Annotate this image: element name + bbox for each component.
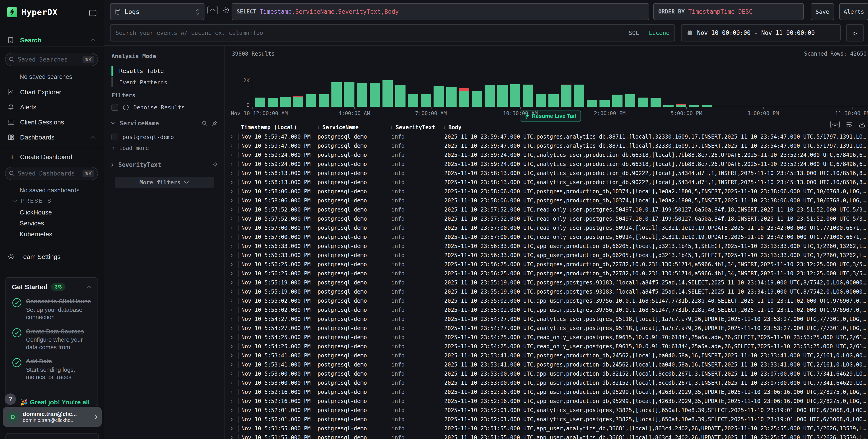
col-header-timestamp[interactable]: Timestamp (Local) [238,124,317,131]
filter-option-postgresql-demo[interactable]: postgresql-demo [112,133,174,140]
search-icon[interactable] [202,120,208,126]
table-row[interactable]: Nov 10 5:52:16.000 PMpostgresql-demoinfo… [224,387,868,397]
table-row[interactable]: Nov 10 5:56:25.000 PMpostgresql-demoinfo… [224,260,868,269]
col-header-severitytext[interactable]: SeverityText [396,124,443,131]
sidebar-item-team-settings[interactable]: Team Settings [0,250,104,263]
denoise-filter[interactable]: Denoise Results [112,104,185,111]
column-resize-handle[interactable]: ⁞ [443,124,445,130]
table-row[interactable]: Nov 10 5:56:33.000 PMpostgresql-demoinfo… [224,251,868,260]
row-expand-chevron-icon[interactable] [224,253,238,257]
date-range-picker[interactable]: Nov 10 00:00:00 - Nov 11 00:00:00 [681,24,841,41]
table-row[interactable]: Nov 10 5:59:24.000 PMpostgresql-demoinfo… [224,160,868,169]
sidebar-item-alerts[interactable]: Alerts [0,101,104,114]
row-expand-chevron-icon[interactable] [224,271,238,276]
column-resize-handle[interactable]: ⁞ [391,124,392,130]
lang-toggle-sql[interactable]: SQL [629,30,639,36]
table-row[interactable]: Nov 10 5:53:00.000 PMpostgresql-demoinfo… [224,378,868,387]
row-expand-chevron-icon[interactable] [224,153,238,157]
sidebar-item-client-sessions[interactable]: Client Sessions [0,116,104,129]
table-row[interactable]: Nov 10 5:51:55.000 PMpostgresql-demoinfo… [224,424,868,433]
table-row[interactable]: Nov 10 5:53:41.000 PMpostgresql-demoinfo… [224,360,868,369]
table-row[interactable]: Nov 10 5:55:02.000 PMpostgresql-demoinfo… [224,296,868,306]
row-expand-chevron-icon[interactable] [224,317,238,321]
table-row[interactable]: Nov 10 5:57:00.000 PMpostgresql-demoinfo… [224,223,868,232]
row-expand-chevron-icon[interactable] [224,408,238,413]
row-expand-chevron-icon[interactable] [224,299,238,303]
run-search-button[interactable]: ▷ [846,24,864,41]
mode-results-table[interactable]: Results Table [112,65,216,76]
source-code-button[interactable]: <> [207,6,218,14]
orderby-input[interactable]: ORDER BY TimestampTime DESC [653,3,804,20]
row-expand-chevron-icon[interactable] [224,363,238,367]
row-expand-chevron-icon[interactable] [224,353,238,358]
row-expand-chevron-icon[interactable] [224,417,238,422]
table-row[interactable]: Nov 10 5:58:06.000 PMpostgresql-demoinfo… [224,187,868,196]
row-expand-chevron-icon[interactable] [224,134,238,139]
table-row[interactable]: Nov 10 5:58:13.000 PMpostgresql-demoinfo… [224,178,868,187]
resume-live-tail-button[interactable]: Resume Live Tail [520,111,581,122]
filter-group-severitytext[interactable]: SeverityText [111,161,218,168]
table-row[interactable]: Nov 10 5:55:02.000 PMpostgresql-demoinfo… [224,306,868,315]
row-expand-chevron-icon[interactable] [224,144,238,148]
table-row[interactable]: Nov 10 5:55:19.000 PMpostgresql-demoinfo… [224,287,868,296]
col-header-body[interactable]: Body [448,124,462,131]
row-expand-chevron-icon[interactable] [224,244,238,248]
source-settings-gear-icon[interactable] [222,6,230,14]
row-expand-chevron-icon[interactable] [224,189,238,194]
sidebar-item-search[interactable]: Search [0,34,104,47]
pin-icon[interactable] [212,162,218,168]
table-row[interactable]: Nov 10 5:57:52.000 PMpostgresql-demoinfo… [224,205,868,214]
table-row[interactable]: Nov 10 5:59:47.000 PMpostgresql-demoinfo… [224,141,868,151]
row-expand-chevron-icon[interactable] [224,372,238,376]
help-button[interactable]: ? [5,394,16,405]
get-started-item[interactable]: Add Data Start sending logs, metrics, or… [12,357,92,381]
table-row[interactable]: Nov 10 5:51:55.000 PMpostgresql-demoinfo… [224,433,868,439]
events-histogram[interactable]: 2K 0 Nov 10 12:00:00 AM4:00:00 AM7:00:00… [224,59,868,98]
row-expand-chevron-icon[interactable] [224,208,238,212]
table-row[interactable]: Nov 10 5:58:13.000 PMpostgresql-demoinfo… [224,169,868,178]
column-resize-handle[interactable]: ⁞ [317,124,319,130]
pin-icon[interactable] [212,120,218,126]
row-expand-chevron-icon[interactable] [224,344,238,349]
row-expand-chevron-icon[interactable] [224,198,238,203]
table-row[interactable]: Nov 10 5:52:01.000 PMpostgresql-demoinfo… [224,406,868,415]
denoise-checkbox[interactable] [112,104,118,111]
table-row[interactable]: Nov 10 5:56:33.000 PMpostgresql-demoinfo… [224,242,868,251]
row-expand-chevron-icon[interactable] [224,162,238,166]
row-expand-chevron-icon[interactable] [224,262,238,267]
sidebar-item-dashboards[interactable]: Dashboards [0,131,104,144]
event-search-input[interactable]: Search your events w/ Lucene ex. column:… [110,24,675,41]
chevron-up-icon[interactable] [86,285,92,289]
table-row[interactable]: Nov 10 5:58:06.000 PMpostgresql-demoinfo… [224,196,868,205]
table-row[interactable]: Nov 10 5:52:16.000 PMpostgresql-demoinfo… [224,397,868,406]
row-expand-chevron-icon[interactable] [224,435,238,439]
create-dashboard-button[interactable]: + Create Dashboard [0,151,104,164]
save-button[interactable]: Save [811,3,834,20]
row-expand-chevron-icon[interactable] [224,280,238,285]
presets-header[interactable]: PRESETS [12,198,52,204]
preset-clickhouse[interactable]: ClickHouse [20,209,52,216]
table-row[interactable]: Nov 10 5:54:27.000 PMpostgresql-demoinfo… [224,315,868,324]
more-filters-button[interactable]: More filters [115,177,214,188]
row-expand-chevron-icon[interactable] [224,308,238,312]
row-expand-chevron-icon[interactable] [224,217,238,221]
preset-services[interactable]: Services [20,220,44,227]
table-row[interactable]: Nov 10 5:54:25.000 PMpostgresql-demoinfo… [224,333,868,342]
select-query-input[interactable]: SELECT Timestamp,ServiceName,SeverityTex… [231,3,649,20]
row-expand-chevron-icon[interactable] [224,390,238,394]
row-expand-chevron-icon[interactable] [224,226,238,230]
table-row[interactable]: Nov 10 5:54:27.000 PMpostgresql-demoinfo… [224,324,868,333]
row-expand-chevron-icon[interactable] [224,235,238,239]
wrap-lines-icon[interactable] [845,121,853,128]
table-row[interactable]: Nov 10 5:55:19.000 PMpostgresql-demoinfo… [224,278,868,287]
lang-toggle-lucene[interactable]: Lucene [649,30,670,36]
table-row[interactable]: Nov 10 5:54:25.000 PMpostgresql-demoinfo… [224,342,868,351]
expand-json-button[interactable]: <> [830,121,840,128]
table-row[interactable]: Nov 10 5:59:47.000 PMpostgresql-demoinfo… [224,132,868,141]
alerts-button[interactable]: Alerts [839,3,868,20]
saved-searches-input[interactable]: Saved Searches ⌘K [5,53,98,66]
table-row[interactable]: Nov 10 5:57:52.000 PMpostgresql-demoinfo… [224,214,868,223]
user-menu[interactable]: D dominic.tran@clic... dominic.tran@clic… [3,407,102,427]
row-expand-chevron-icon[interactable] [224,381,238,385]
mode-event-patterns[interactable]: Event Patterns [112,76,216,88]
